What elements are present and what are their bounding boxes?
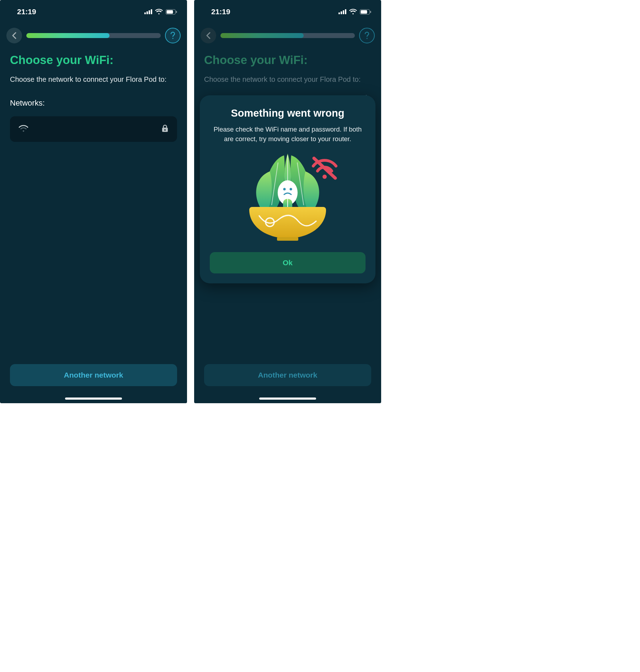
plant-no-wifi-illustration	[231, 152, 345, 241]
svg-point-7	[172, 38, 174, 39]
svg-rect-17	[370, 11, 371, 13]
modal-illustration	[210, 152, 366, 241]
status-time: 21:19	[17, 7, 36, 16]
another-network-label: Another network	[64, 371, 123, 379]
battery-icon	[166, 9, 177, 15]
svg-rect-1	[146, 11, 148, 14]
question-icon	[170, 32, 175, 39]
wifi-signal-icon	[18, 124, 28, 134]
status-time: 21:19	[211, 7, 230, 16]
svg-point-30	[283, 188, 286, 190]
cellular-icon	[338, 9, 346, 14]
page-title: Choose your WiFi:	[10, 53, 177, 67]
wifi-icon	[155, 9, 163, 15]
home-indicator[interactable]	[65, 398, 122, 400]
help-button[interactable]	[165, 28, 181, 43]
back-button[interactable]	[201, 28, 216, 43]
svg-point-31	[290, 188, 292, 190]
status-bar: 21:19	[0, 0, 187, 20]
svg-rect-12	[341, 11, 342, 14]
question-icon	[364, 32, 369, 39]
header-row	[194, 20, 381, 47]
svg-rect-6	[176, 11, 177, 13]
modal-ok-label: Ok	[283, 258, 293, 267]
content: Choose your WiFi: Choose the network to …	[0, 47, 187, 142]
phone-screen-left: 21:19 Choose your WiFi: Choose the netwo…	[0, 0, 187, 403]
page-subtitle: Choose the network to connect your Flora…	[10, 75, 177, 84]
modal-ok-button[interactable]: Ok	[210, 252, 366, 273]
chevron-left-icon	[12, 32, 17, 39]
progress-bar	[26, 33, 161, 38]
battery-icon	[360, 9, 371, 15]
svg-point-27	[322, 175, 327, 179]
lock-icon	[161, 124, 169, 134]
status-bar: 21:19	[194, 0, 381, 20]
svg-rect-16	[361, 10, 367, 14]
another-network-label: Another network	[258, 371, 318, 379]
svg-point-8	[23, 130, 24, 132]
page-title: Choose your WiFi:	[204, 53, 371, 67]
help-button[interactable]	[359, 28, 375, 43]
svg-rect-11	[338, 12, 340, 14]
svg-rect-13	[343, 10, 344, 14]
svg-rect-0	[144, 12, 146, 14]
progress-bar	[220, 33, 355, 38]
network-row[interactable]	[10, 116, 177, 142]
modal-body: Please check the WiFi name and password.…	[210, 125, 366, 144]
status-icons	[144, 9, 177, 15]
status-icons	[338, 9, 371, 15]
cellular-icon	[144, 9, 152, 14]
phone-screen-right: 21:19 Choose your WiFi: Choose the netwo…	[194, 0, 381, 403]
progress-fill	[26, 33, 110, 38]
another-network-button[interactable]: Another network	[10, 364, 177, 386]
another-network-button[interactable]: Another network	[204, 364, 371, 386]
content: Choose your WiFi: Choose the network to …	[194, 47, 381, 84]
header-row	[0, 20, 187, 47]
svg-rect-5	[167, 10, 173, 14]
home-indicator[interactable]	[259, 398, 316, 400]
svg-rect-10	[165, 129, 166, 131]
error-modal: Something went wrong Please check the Wi…	[200, 95, 375, 283]
back-button[interactable]	[6, 28, 22, 43]
progress-fill	[220, 33, 304, 38]
modal-title: Something went wrong	[210, 107, 366, 119]
networks-label: Networks:	[10, 98, 177, 108]
chevron-left-icon	[206, 32, 211, 39]
svg-rect-2	[149, 10, 150, 14]
svg-rect-32	[277, 237, 298, 241]
wifi-icon	[349, 9, 357, 15]
svg-rect-14	[345, 9, 346, 14]
svg-rect-3	[151, 9, 152, 14]
svg-point-18	[367, 38, 368, 39]
page-subtitle: Choose the network to connect your Flora…	[204, 75, 371, 84]
